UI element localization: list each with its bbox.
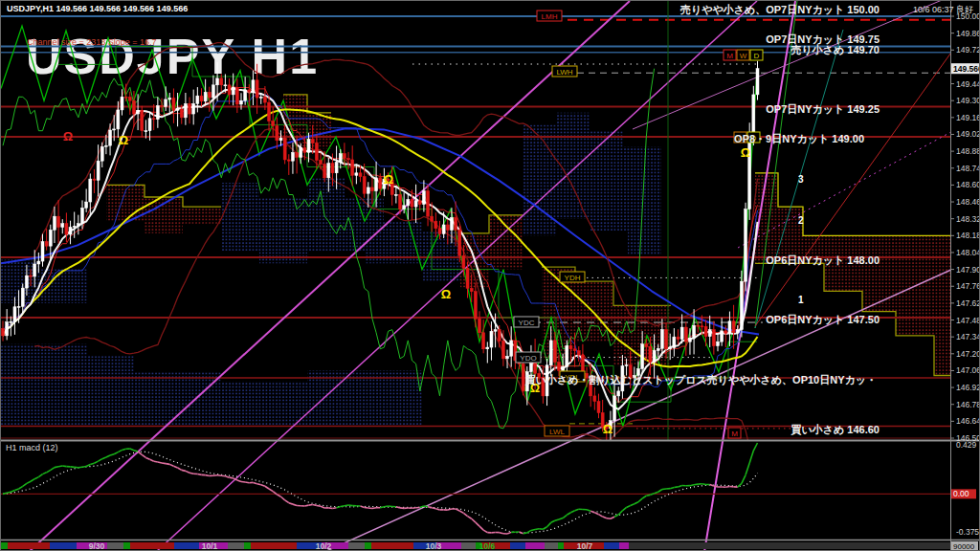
candle-body: [427, 191, 430, 216]
macd-main-line: [638, 498, 642, 502]
price-tick-label: 147.480: [956, 316, 980, 325]
candle-body: [562, 366, 565, 370]
candle-body: [566, 345, 568, 366]
candle-body: [593, 396, 596, 402]
price-tick-label: 147.620: [956, 298, 980, 308]
session-segment: [558, 542, 564, 549]
candle-body: [283, 138, 286, 160]
candle-body: [549, 341, 552, 365]
candle-body: [196, 96, 199, 103]
price-tick-label: 147.060: [956, 365, 980, 375]
candle-body: [653, 350, 656, 362]
macd-main-line: [122, 449, 126, 450]
macd-main-line: [182, 470, 186, 471]
omega-marker: Ω: [441, 287, 451, 301]
omega-marker: Ω: [119, 133, 128, 147]
macd-main-line: [500, 533, 503, 534]
candle-body: [462, 255, 465, 268]
candle-body: [45, 242, 48, 247]
macd-main-line: [110, 454, 114, 455]
candle-body: [208, 92, 211, 98]
status-time: 10/6 06:37 良好: [913, 4, 973, 16]
candle-body: [704, 326, 707, 337]
macd-main-line: [575, 509, 579, 510]
candle-body: [693, 325, 696, 338]
price-tick-label: 147.340: [956, 332, 980, 342]
macd-main-line: [166, 464, 169, 465]
time-axis: 9/3010/110/210/310/610/7: [1, 541, 950, 551]
candle-body: [323, 165, 326, 178]
candle-body: [673, 337, 676, 347]
candle-body: [228, 85, 231, 95]
macd-main-line: [277, 495, 280, 496]
candle-body: [466, 268, 469, 288]
macd-main-line: [483, 530, 487, 533]
candle-body: [161, 106, 164, 107]
candle-body: [200, 96, 203, 101]
candle-body: [740, 281, 743, 329]
session-segment: [365, 542, 371, 549]
price-tick-label: 148.180: [956, 231, 980, 240]
candle-body: [625, 365, 628, 366]
macd-main-line: [257, 484, 261, 485]
candle-body: [30, 276, 33, 276]
session-segment: [50, 542, 77, 549]
price-tick-label: 149.020: [956, 129, 980, 139]
price-tick-label: 149.300: [956, 96, 980, 105]
candle-body: [684, 327, 687, 342]
macd-main-line: [82, 467, 86, 468]
candle-body: [339, 154, 342, 163]
macd-main-line: [627, 506, 631, 508]
date-tick-label: 10/6: [479, 541, 496, 551]
macd-main-line: [603, 517, 607, 518]
price-tick-label: 147.200: [956, 349, 980, 359]
session-segment: [619, 542, 629, 549]
annotation-sell-14970: 売り小さめ 149.70: [791, 43, 880, 57]
candle-body: [168, 99, 171, 99]
session-segment: [107, 542, 123, 549]
macd-main-line: [189, 473, 193, 474]
date-tick-label: 10/2: [316, 541, 332, 551]
candle-body: [756, 69, 759, 95]
macd-main-line: [348, 505, 352, 506]
macd-main-line: [547, 522, 551, 526]
macd-max-label: 0.429: [956, 440, 977, 450]
candle-body: [347, 159, 350, 160]
candle-body: [717, 342, 720, 345]
macd-main-line: [245, 482, 249, 483]
macd-main-line: [694, 484, 698, 485]
chart-canvas[interactable]: ΩΩΩΩΩΩΩ321LMHLWHMWDWDYDHYDCYDOYDLLWLM150…: [1, 1, 980, 551]
candle-body: [296, 152, 299, 157]
candle-body: [165, 99, 167, 107]
candle-body: [660, 330, 663, 349]
macd-main-line: [178, 468, 182, 470]
candle-body: [379, 178, 382, 188]
candle-body: [121, 97, 123, 110]
candle-body: [204, 92, 207, 100]
annotation-op-14750: OP6日NYカット 147.50: [766, 313, 880, 327]
candle-body: [117, 110, 120, 129]
candle-body: [148, 119, 151, 131]
session-segment: [244, 542, 251, 549]
macd-main-line: [225, 476, 229, 477]
candle-body: [407, 200, 410, 206]
macd-main-line: [523, 533, 527, 534]
macd-main-line: [642, 496, 646, 498]
volume-label: 90000: [953, 542, 975, 551]
macd-main-line: [337, 506, 341, 507]
candle-body: [331, 164, 334, 173]
annotation-buy-stop: 買い小さめ・割り込むとストップロス売りやや小さめ、OP10日NYカッ・: [525, 373, 877, 387]
candle-body: [33, 264, 36, 276]
macd-main-line: [51, 468, 55, 471]
macd-main-line: [424, 506, 428, 507]
candle-body: [394, 194, 397, 195]
candle-body: [272, 121, 275, 126]
session-segment: [545, 542, 558, 549]
macd-main-line: [27, 481, 31, 483]
price-tick-label: 146.920: [956, 383, 980, 392]
macd-main-line: [463, 513, 467, 516]
candle-body: [438, 229, 441, 234]
price-tick-label: 146.640: [956, 416, 980, 426]
macd-main-line: [31, 479, 34, 482]
candle-body: [256, 80, 258, 98]
